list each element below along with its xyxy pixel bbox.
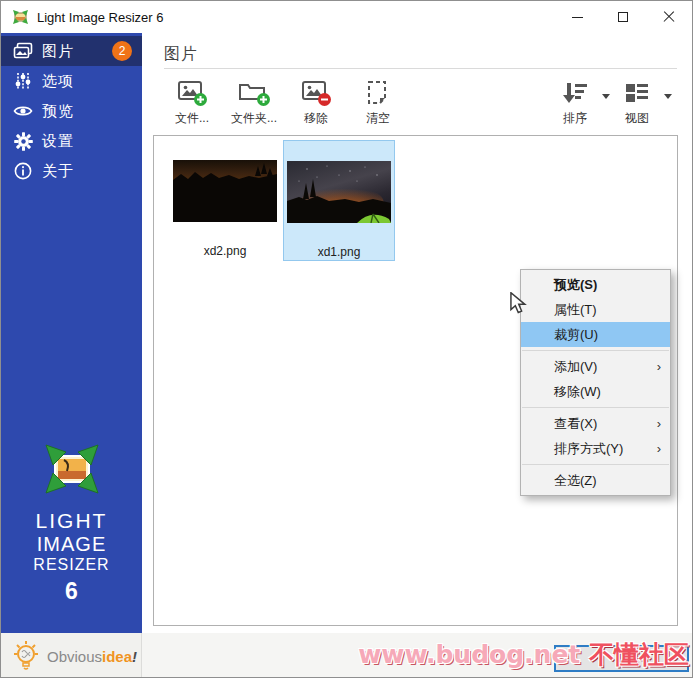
watermark: www.budog.net 不懂社区 <box>358 638 689 671</box>
sidebar-item-options[interactable]: 选项 <box>1 66 142 96</box>
sort-icon <box>561 77 589 107</box>
brand-highlight: idea <box>102 648 132 665</box>
file-name: xd1.png <box>318 245 361 259</box>
window-title: Light Image Resizer 6 <box>37 10 163 25</box>
thumbnail-xd1 <box>287 161 391 223</box>
sidebar-item-label: 设置 <box>42 132 74 151</box>
photos-icon <box>12 41 34 61</box>
minimize-button[interactable] <box>554 1 600 33</box>
menu-item-crop[interactable]: 裁剪(U) <box>521 322 670 347</box>
app-icon <box>12 9 29 25</box>
submenu-arrow-icon: › <box>657 411 661 436</box>
logo-icon <box>44 443 100 495</box>
clear-button[interactable]: 清空 <box>348 77 408 127</box>
logo-line1: LIGHT <box>1 509 142 533</box>
chevron-down-icon <box>664 94 672 99</box>
logo-line3: RESIZER <box>1 556 142 574</box>
info-icon <box>12 161 34 181</box>
add-folder-button[interactable]: 文件夹... <box>224 77 284 127</box>
view-button[interactable]: 视图 <box>615 77 659 127</box>
sort-button[interactable]: 排序 <box>553 77 597 127</box>
clear-label: 清空 <box>366 110 390 127</box>
menu-item-select-all[interactable]: 全选(Z) <box>521 468 670 493</box>
logo-line2: IMAGE <box>1 533 142 556</box>
view-label: 视图 <box>625 110 649 127</box>
eye-icon <box>12 101 34 121</box>
file-name: xd2.png <box>204 244 247 258</box>
context-menu: 预览(S) 属性(T) 裁剪(U) 添加(V)› 移除(W) 查看(X)› 排序… <box>520 269 671 496</box>
sidebar-item-images[interactable]: 图片 2 <box>1 36 142 66</box>
brand-prefix: Obvious <box>47 648 102 665</box>
view-dropdown-button[interactable] <box>659 81 677 111</box>
menu-separator <box>522 464 669 465</box>
main-panel: 图片 文件... <box>142 33 693 633</box>
sidebar-item-label: 预览 <box>42 102 74 121</box>
sidebar: 图片 2 选项 <box>1 33 142 633</box>
sliders-icon <box>12 71 34 91</box>
remove-button[interactable]: 移除 <box>286 77 346 127</box>
minimize-icon <box>572 17 583 18</box>
sidebar-item-settings[interactable]: 设置 <box>1 126 142 156</box>
menu-separator <box>522 350 669 351</box>
title-divider <box>164 68 677 69</box>
sidebar-item-preview[interactable]: 预览 <box>1 96 142 126</box>
menu-item-properties[interactable]: 属性(T) <box>521 297 670 322</box>
clear-icon <box>364 77 392 107</box>
sidebar-item-label: 关于 <box>42 162 74 181</box>
remove-label: 移除 <box>304 110 328 127</box>
add-folder-icon <box>237 77 271 107</box>
toolbar: 文件... 文件夹... <box>162 77 677 129</box>
sidebar-item-label: 选项 <box>42 72 74 91</box>
maximize-button[interactable] <box>600 1 646 33</box>
add-files-button[interactable]: 文件... <box>162 77 222 127</box>
page-title: 图片 <box>164 44 198 65</box>
watermark-url: www.budog.net <box>358 640 589 669</box>
image-tile-xd2[interactable]: xd2.png <box>169 140 281 261</box>
submenu-arrow-icon: › <box>657 354 661 379</box>
sort-label: 排序 <box>563 110 587 127</box>
add-folder-label: 文件夹... <box>231 110 277 127</box>
titlebar: Light Image Resizer 6 <box>1 1 692 33</box>
image-count-badge: 2 <box>112 41 132 61</box>
image-tile-xd1[interactable]: xd1.png <box>283 140 395 261</box>
brand-suffix: ! <box>132 648 137 665</box>
sidebar-logo: LIGHT IMAGE RESIZER 6 <box>1 443 142 605</box>
logo-version: 6 <box>1 578 142 605</box>
menu-item-add[interactable]: 添加(V)› <box>521 354 670 379</box>
menu-item-view[interactable]: 查看(X)› <box>521 411 670 436</box>
maximize-icon <box>618 12 628 22</box>
menu-item-preview[interactable]: 预览(S) <box>521 272 670 297</box>
thumbnail-xd2 <box>173 160 277 222</box>
view-icon <box>624 77 650 107</box>
add-file-icon <box>176 77 208 107</box>
cursor-icon <box>509 292 529 314</box>
app-window: Light Image Resizer 6 图片 2 <box>0 0 693 678</box>
close-icon <box>663 11 675 23</box>
menu-item-sort-by[interactable]: 排序方式(Y)› <box>521 436 670 461</box>
chevron-down-icon <box>602 94 610 99</box>
lightbulb-icon <box>9 638 43 674</box>
gear-icon <box>12 131 34 151</box>
menu-item-remove[interactable]: 移除(W) <box>521 379 670 404</box>
sidebar-item-about[interactable]: 关于 <box>1 156 142 186</box>
submenu-arrow-icon: › <box>657 436 661 461</box>
sort-dropdown-button[interactable] <box>597 81 615 111</box>
close-button[interactable] <box>646 1 692 33</box>
add-files-label: 文件... <box>175 110 209 127</box>
menu-separator <box>522 407 669 408</box>
watermark-community: 不懂社区 <box>589 640 689 669</box>
remove-image-icon <box>300 77 332 107</box>
brand-bar[interactable]: Obviousidea! <box>1 633 142 678</box>
brand-text: Obviousidea! <box>47 648 137 665</box>
sidebar-item-label: 图片 <box>42 42 74 61</box>
